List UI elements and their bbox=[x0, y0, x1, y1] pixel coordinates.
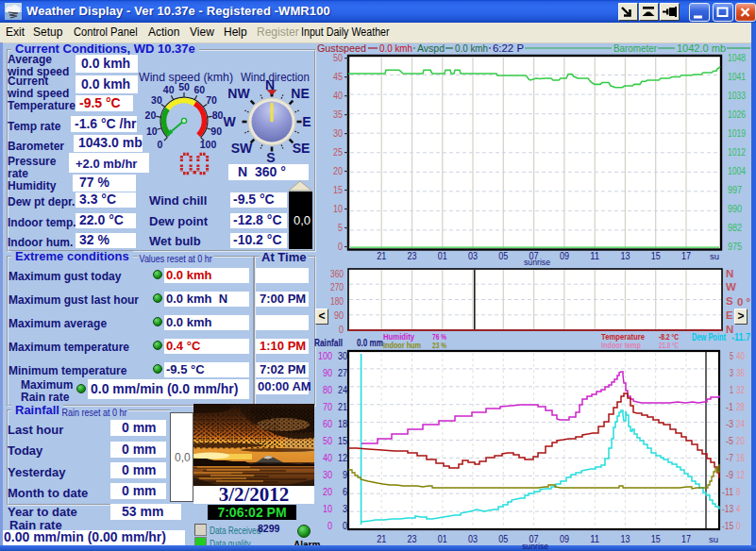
svg-text:-1: -1 bbox=[726, 401, 733, 412]
svg-text:1026: 1026 bbox=[728, 109, 746, 120]
svg-text:Gustspeed: Gustspeed bbox=[317, 42, 366, 54]
svg-text:990: 990 bbox=[728, 203, 742, 214]
svg-text:9: 9 bbox=[343, 469, 347, 480]
svg-text:40: 40 bbox=[333, 90, 343, 101]
svg-text:W: W bbox=[726, 281, 736, 292]
svg-text:0.0 kmh: 0.0 kmh bbox=[379, 42, 412, 54]
svg-text:15: 15 bbox=[651, 534, 661, 544]
svg-text:21: 21 bbox=[377, 534, 386, 544]
svg-text:-3: -3 bbox=[726, 418, 733, 429]
svg-text:09: 09 bbox=[560, 534, 569, 544]
svg-text:0.0 kmh: 0.0 kmh bbox=[455, 42, 488, 54]
svg-text:S: S bbox=[726, 295, 733, 307]
svg-text:270: 270 bbox=[330, 281, 344, 292]
svg-text:-9: -9 bbox=[726, 469, 733, 480]
svg-text:N: N bbox=[726, 268, 733, 279]
svg-text:11: 11 bbox=[590, 534, 599, 544]
svg-text:20: 20 bbox=[145, 109, 157, 121]
svg-text:40: 40 bbox=[163, 84, 175, 95]
svg-text:5: 5 bbox=[730, 350, 733, 361]
svg-text:6: 6 bbox=[343, 486, 347, 497]
svg-text:-13: -13 bbox=[722, 503, 733, 514]
svg-text:01: 01 bbox=[438, 534, 447, 544]
svg-text:0: 0 bbox=[328, 520, 332, 531]
svg-text:su: su bbox=[710, 251, 719, 261]
svg-text:03: 03 bbox=[468, 251, 478, 261]
svg-text:997: 997 bbox=[728, 184, 742, 195]
svg-text:-11: -11 bbox=[722, 486, 733, 497]
svg-text:su: su bbox=[709, 534, 718, 544]
svg-text:Barometer: Barometer bbox=[613, 42, 657, 54]
svg-text:36: 36 bbox=[736, 367, 745, 378]
svg-text:17: 17 bbox=[681, 251, 691, 261]
svg-text:982: 982 bbox=[728, 222, 742, 233]
svg-text:21: 21 bbox=[377, 251, 386, 261]
svg-text:-5: -5 bbox=[726, 435, 733, 446]
svg-text:32: 32 bbox=[736, 384, 745, 395]
svg-text:-7: -7 bbox=[726, 452, 733, 463]
svg-text:1041: 1041 bbox=[728, 71, 746, 82]
svg-text:16: 16 bbox=[736, 452, 745, 463]
svg-text:5: 5 bbox=[338, 222, 343, 233]
svg-text:1019: 1019 bbox=[728, 127, 746, 139]
svg-text:180: 180 bbox=[330, 295, 344, 307]
svg-text:30: 30 bbox=[338, 350, 347, 361]
svg-text:0: 0 bbox=[736, 520, 741, 531]
svg-text:E: E bbox=[726, 309, 733, 321]
svg-text:sunrise: sunrise bbox=[522, 541, 548, 551]
svg-text:03: 03 bbox=[468, 534, 478, 544]
svg-text:40: 40 bbox=[736, 350, 745, 361]
svg-text:1: 1 bbox=[730, 384, 733, 395]
svg-text:-15: -15 bbox=[722, 520, 733, 531]
svg-text:15: 15 bbox=[651, 251, 661, 261]
svg-text:15: 15 bbox=[338, 435, 347, 446]
svg-text:70: 70 bbox=[323, 401, 332, 412]
svg-text:27: 27 bbox=[338, 367, 347, 378]
svg-text:Avspd: Avspd bbox=[417, 42, 445, 54]
svg-text:100: 100 bbox=[200, 139, 217, 150]
svg-text:21: 21 bbox=[338, 401, 347, 412]
svg-text:6:22 P: 6:22 P bbox=[493, 42, 524, 54]
svg-text:45: 45 bbox=[333, 71, 343, 82]
svg-text:60: 60 bbox=[323, 418, 332, 429]
svg-text:23: 23 bbox=[408, 251, 417, 261]
svg-text:13: 13 bbox=[620, 251, 630, 261]
svg-text:0.0 mm: 0.0 mm bbox=[357, 337, 383, 348]
svg-text:17: 17 bbox=[681, 534, 691, 544]
svg-text:1048: 1048 bbox=[728, 52, 746, 63]
svg-text:975: 975 bbox=[728, 241, 742, 252]
svg-text:20: 20 bbox=[333, 165, 343, 176]
svg-text:30: 30 bbox=[151, 94, 162, 106]
svg-text:3: 3 bbox=[343, 503, 347, 514]
svg-text:80: 80 bbox=[323, 384, 332, 395]
svg-text:05: 05 bbox=[498, 534, 508, 544]
svg-text:18: 18 bbox=[338, 418, 347, 429]
svg-text:11: 11 bbox=[590, 251, 599, 261]
svg-text:1012: 1012 bbox=[728, 146, 746, 158]
svg-text:1042.0 mb: 1042.0 mb bbox=[677, 42, 726, 54]
svg-text:20: 20 bbox=[736, 435, 745, 446]
svg-text:10: 10 bbox=[323, 503, 332, 514]
svg-text:28: 28 bbox=[736, 401, 745, 412]
svg-text:30: 30 bbox=[333, 127, 343, 139]
svg-text:100: 100 bbox=[318, 350, 332, 361]
svg-text:Dew Point: Dew Point bbox=[692, 331, 726, 342]
svg-text:15: 15 bbox=[333, 184, 343, 195]
svg-text:10: 10 bbox=[333, 203, 343, 214]
svg-text:30: 30 bbox=[323, 469, 332, 480]
svg-text:50: 50 bbox=[178, 81, 190, 92]
svg-text:05: 05 bbox=[498, 251, 508, 261]
svg-text:09: 09 bbox=[560, 251, 569, 261]
svg-text:0: 0 bbox=[343, 520, 347, 531]
svg-text:0 °: 0 ° bbox=[737, 296, 751, 308]
svg-text:0: 0 bbox=[338, 241, 343, 252]
svg-text:0: 0 bbox=[158, 139, 163, 150]
svg-text:8: 8 bbox=[736, 486, 741, 497]
svg-text:1033: 1033 bbox=[728, 90, 746, 101]
svg-text:12: 12 bbox=[736, 469, 745, 480]
svg-text:20: 20 bbox=[323, 486, 332, 497]
svg-text:3: 3 bbox=[730, 367, 733, 378]
svg-text:13: 13 bbox=[620, 534, 630, 544]
svg-text:25: 25 bbox=[333, 146, 343, 158]
svg-text:sunrise: sunrise bbox=[524, 257, 550, 267]
